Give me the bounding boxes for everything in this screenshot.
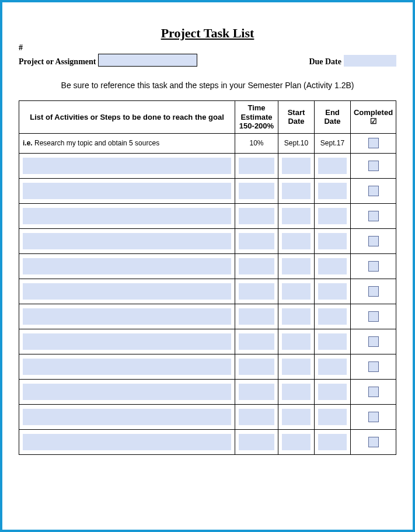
input-field[interactable] [23,258,231,274]
example-start: Sept.10 [278,133,315,153]
due-date-input[interactable] [344,55,396,67]
hash-label: # [19,43,197,53]
input-field[interactable] [23,183,231,199]
input-field[interactable] [282,308,311,325]
project-input[interactable] [98,54,197,67]
complete-cell [351,178,396,203]
input-field[interactable] [239,409,274,425]
input-field[interactable] [318,359,347,375]
checkbox[interactable] [368,211,379,221]
complete-cell [351,304,396,329]
input-field[interactable] [318,258,347,274]
col-end-l2: Date [324,117,340,126]
activity-cell [19,153,235,178]
input-field[interactable] [318,208,347,224]
input-field[interactable] [318,384,347,400]
checkbox[interactable] [368,437,379,447]
input-field[interactable] [23,333,231,350]
input-field[interactable] [23,283,231,300]
input-field[interactable] [239,283,274,300]
input-field[interactable] [239,258,274,274]
input-field[interactable] [282,208,311,224]
input-field[interactable] [239,359,274,375]
col-time-l2: Estimate [240,113,272,121]
input-field[interactable] [318,158,347,174]
checkbox[interactable] [368,387,379,397]
checkbox[interactable] [368,261,379,272]
example-activity-text: Research my topic and obtain 5 sources [33,139,159,147]
time-cell [235,253,278,279]
time-cell [235,153,278,178]
checkbox[interactable] [368,361,379,372]
checkbox[interactable] [368,186,379,196]
table-row [19,279,396,304]
header-left: # Project or Assignment [19,43,197,67]
input-field[interactable] [23,359,231,375]
input-field[interactable] [282,359,311,375]
start-cell [278,404,315,429]
table-row [19,178,396,203]
table-row [19,404,396,429]
input-field[interactable] [282,384,311,400]
input-field[interactable] [239,384,274,400]
activity-cell [19,203,235,228]
input-field[interactable] [282,158,311,174]
activity-cell [19,329,235,354]
input-field[interactable] [318,283,347,300]
end-cell [315,228,351,253]
input-field[interactable] [23,208,231,224]
time-cell [235,178,278,203]
input-field[interactable] [282,434,311,450]
start-cell [278,203,315,228]
end-cell [315,304,351,329]
checkbox[interactable] [368,138,379,148]
input-field[interactable] [318,308,347,325]
input-field[interactable] [318,183,347,199]
input-field[interactable] [318,233,347,249]
checkbox[interactable] [368,161,379,171]
col-start-l1: Start [288,108,305,117]
start-cell [278,304,315,329]
checkbox[interactable] [368,311,379,322]
project-label: Project or Assignment [19,57,96,67]
input-field[interactable] [282,283,311,300]
checkbox[interactable] [368,286,379,297]
input-field[interactable] [239,233,274,249]
col-completed-label: Completed [354,108,393,117]
example-row: i.e. Research my topic and obtain 5 sour… [19,133,396,153]
input-field[interactable] [282,258,311,274]
input-field[interactable] [318,409,347,425]
table-row [19,429,396,454]
checkbox[interactable] [368,336,379,347]
checkbox[interactable] [368,236,379,246]
page-frame: Project Task List # Project or Assignmen… [0,0,415,532]
start-cell [278,354,315,379]
input-field[interactable] [282,183,311,199]
input-field[interactable] [239,333,274,350]
input-field[interactable] [239,158,274,174]
col-end-l1: End [325,108,340,117]
input-field[interactable] [23,384,231,400]
input-field[interactable] [282,233,311,249]
example-complete [351,133,396,153]
input-field[interactable] [239,183,274,199]
input-field[interactable] [23,308,231,325]
input-field[interactable] [239,434,274,450]
checkbox[interactable] [368,412,379,422]
page-title: Project Task List [19,26,396,41]
input-field[interactable] [23,409,231,425]
input-field[interactable] [23,158,231,174]
input-field[interactable] [282,333,311,350]
input-field[interactable] [318,434,347,450]
end-cell [315,379,351,404]
input-field[interactable] [239,308,274,325]
input-field[interactable] [282,409,311,425]
input-field[interactable] [23,233,231,249]
input-field[interactable] [23,434,231,450]
activity-cell [19,253,235,279]
table-row [19,379,396,404]
time-cell [235,228,278,253]
due-date-label: Due Date [309,57,341,67]
input-field[interactable] [239,208,274,224]
input-field[interactable] [318,333,347,350]
